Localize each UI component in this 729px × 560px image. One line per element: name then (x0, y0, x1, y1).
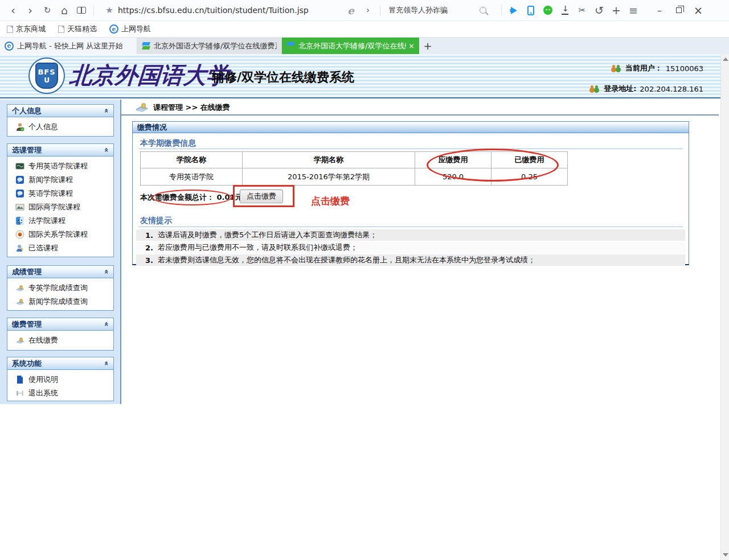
sidebar-item-selected-courses[interactable]: 已选课程 (7, 241, 113, 255)
new-tab-button[interactable]: + (419, 38, 436, 54)
restore-button[interactable] (669, 2, 689, 19)
document-icon (15, 375, 24, 384)
tab-nav-home[interactable]: e 上网导航 - 轻快上网 从这里开始 (0, 38, 137, 54)
bookmark-tmall[interactable]: 天猫精选 (58, 24, 97, 34)
search-box[interactable] (384, 3, 498, 18)
tip-number: 2. (145, 244, 153, 252)
sidebar-item-journalism-grades[interactable]: 新闻学院成绩查询 (7, 295, 113, 308)
chevron-up-icon: « (102, 361, 110, 365)
chat-icon (15, 175, 24, 184)
panel-title: 缴费管理 (12, 319, 104, 330)
login-address-label: 登录地址: (604, 84, 636, 94)
login-address-line: 登录地址: 202.204.128.161 (589, 84, 703, 94)
minimize-button[interactable]: – (650, 2, 669, 19)
video-accelerator-icon[interactable] (505, 2, 522, 19)
tip-text: 若未缴费则选课信息无效，您的信息将不会出现在授课教师的花名册上，且期末无法在本系… (158, 255, 535, 265)
chevron-up-icon: « (102, 322, 110, 326)
close-button[interactable]: × (689, 2, 708, 19)
undo-icon[interactable]: ↺ (591, 2, 608, 19)
payment-panel-title: 缴费情况 (137, 122, 167, 133)
screenshot-scissors-icon[interactable]: ✂ (574, 2, 591, 19)
panel-header-system[interactable]: 系统功能 « (7, 357, 113, 370)
web-page: BFS U 北京外国语大学 辅修/双学位在线缴费系统 当前用户： 1510006… (0, 54, 729, 560)
sidebar-item-esp-courses[interactable]: 专用英语学院课程 (7, 159, 113, 173)
menu-icon[interactable]: ≡ (625, 2, 642, 19)
tab-label: 北京外国语大学辅修/双学位在线缴费系 (298, 41, 406, 51)
page-scrollbar[interactable] (720, 54, 729, 560)
breadcrumb-text: 课程管理 >> 在线缴费 (153, 102, 230, 113)
add-icon[interactable]: + (608, 2, 625, 19)
sidebar-panel-personal: 个人信息 « 个人信息 (7, 104, 114, 137)
url-text[interactable]: https://cs.bfsu.edu.cn/tuition/student/T… (118, 6, 309, 15)
sidebar-item-label: 退出系统 (28, 388, 58, 398)
sidebar-item-label: 法学院课程 (28, 216, 65, 226)
sidebar-item-personal-info[interactable]: 个人信息 (7, 120, 113, 134)
refresh-icon[interactable]: ↻ (39, 2, 56, 19)
section-underline (138, 149, 683, 149)
tab-tuition-1[interactable]: 北京外国语大学辅修/双学位在线缴费系 (137, 38, 282, 54)
bookmark-star-icon[interactable]: ★ (101, 2, 118, 19)
cell-semester-name: 2015-2016学年第2学期 (243, 168, 415, 186)
tab-tuition-active[interactable]: 北京外国语大学辅修/双学位在线缴费系 × (282, 38, 419, 54)
sidebar-item-label: 使用说明 (28, 374, 58, 385)
logo-shield: BFS U (35, 63, 58, 89)
sidebar-item-journalism-courses[interactable]: 新闻学院课程 (7, 173, 113, 187)
sidebar-item-intl-relations-courses[interactable]: 国际关系学院课程 (7, 228, 113, 241)
ie-compat-icon[interactable]: e (342, 2, 359, 19)
sidebar-item-label: 在线缴费 (28, 335, 58, 345)
sidebar-item-business-courses[interactable]: 国际商学院课程 (7, 200, 113, 214)
scrollbar-up-icon[interactable] (723, 57, 728, 61)
sidebar-item-esp-grades[interactable]: 专英学院成绩查询 (7, 281, 113, 295)
panel-header-personal[interactable]: 个人信息 « (7, 105, 113, 117)
panel-title: 系统功能 (12, 359, 104, 369)
browser-toolbar: ‹ › ↻ ⌂ ★ https://cs.bfsu.edu.cn/tuition… (0, 0, 729, 21)
panel-header-payment[interactable]: 缴费管理 « (7, 318, 113, 331)
page-icon (7, 26, 13, 33)
page-icon (58, 26, 64, 33)
tip-row: 1. 选课后请及时缴费，缴费5个工作日后请进入本页面查询缴费结果； (136, 229, 685, 241)
sidebar-item-logout[interactable]: 退出系统 (7, 386, 113, 400)
panel-title: 成绩管理 (12, 267, 104, 277)
scrollbar-down-icon[interactable] (723, 553, 728, 557)
sidebar-panel-courses: 选课管理 « 专用英语学院课程 新闻学院课程 英语学院课程 国 (7, 143, 114, 257)
red-ellipse-annotation-total (152, 190, 232, 205)
sidebar-panel-payment: 缴费管理 « 在线缴费 (7, 318, 114, 351)
university-name: 北京外国语大学 (68, 60, 230, 91)
sidebar-item-law-courses[interactable]: 法学院课程 (7, 214, 113, 228)
content-divider (121, 114, 719, 116)
chevron-up-icon: « (102, 147, 110, 152)
tab-close-icon[interactable]: × (408, 42, 415, 50)
exit-icon (15, 389, 24, 398)
chevron-up-icon: « (102, 269, 110, 274)
home-icon[interactable]: ⌂ (56, 2, 73, 19)
red-annotation-text: 点击缴费 (311, 195, 350, 208)
bookmark-jd[interactable]: 京东商城 (7, 24, 46, 34)
search-icon[interactable] (480, 7, 486, 14)
wechat-icon[interactable] (539, 2, 556, 19)
panel-title: 个人信息 (12, 106, 104, 116)
current-user-label: 当前用户： (625, 63, 662, 73)
back-icon[interactable]: ‹ (5, 2, 22, 19)
panel-header-grades[interactable]: 成绩管理 « (7, 266, 113, 278)
reading-mode-icon[interactable] (73, 2, 90, 19)
sidebar-item-online-payment[interactable]: 在线缴费 (7, 333, 113, 347)
address-bar[interactable]: ★ https://cs.bfsu.edu.cn/tuition/student… (97, 2, 342, 18)
download-icon[interactable]: ↓ (556, 2, 574, 19)
search-input[interactable] (388, 6, 480, 15)
mobile-sync-icon[interactable] (522, 2, 539, 19)
bookmark-label: 上网导航 (121, 24, 151, 34)
red-ellipse-annotation-columns (427, 149, 559, 182)
sidebar-divider (120, 100, 121, 404)
notebook-icon (15, 336, 24, 345)
sidebar-item-english-courses[interactable]: 英语学院课程 (7, 187, 113, 200)
current-user-value: 15100063 (666, 64, 703, 73)
forward-icon[interactable]: › (22, 2, 39, 19)
sidebar-item-user-guide[interactable]: 使用说明 (7, 373, 113, 386)
panel-header-courses[interactable]: 选课管理 « (7, 144, 113, 157)
photo-icon (15, 203, 24, 212)
e-nav-icon: e (109, 24, 118, 34)
bookmark-nav[interactable]: e 上网导航 (109, 24, 151, 34)
users-icon (611, 64, 622, 73)
expand-chevron-icon[interactable]: › (359, 2, 376, 19)
divider (93, 5, 94, 15)
